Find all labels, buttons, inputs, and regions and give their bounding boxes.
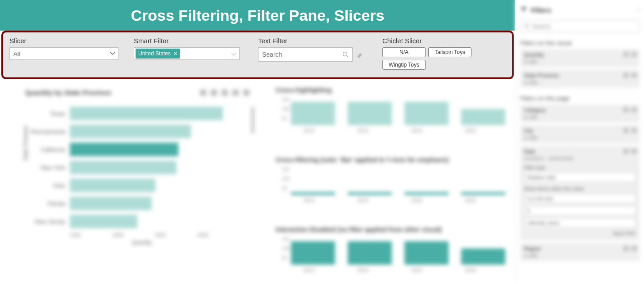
slicer-dropdown-value: All: [14, 50, 20, 57]
filter-card-icons[interactable]: [623, 107, 637, 113]
filter-unit-dropdown[interactable]: calendar years: [524, 218, 636, 228]
filter-pane-search-placeholder: Search: [532, 23, 551, 30]
svg-line-1: [347, 56, 349, 58]
bar-chart-quantity-by-state[interactable]: Quantity by State Province State Provinc…: [23, 89, 252, 246]
x-axis-label: Quantity: [70, 239, 214, 246]
filter-op-dropdown[interactable]: is in the last: [524, 194, 636, 203]
bar-rect: [70, 197, 152, 210]
column-bar[interactable]: [404, 102, 449, 125]
chiclet-slicer-label: Chiclet Slicer: [382, 37, 481, 45]
filter-card-summary: is (All): [524, 114, 636, 120]
column-bar[interactable]: [348, 102, 392, 125]
chart-scrollbar[interactable]: [251, 107, 254, 134]
filter-card-icons[interactable]: [623, 128, 637, 133]
column-bar[interactable]: [404, 192, 449, 195]
slicer-row: Slicer All Smart Filter United States ✕: [1, 31, 514, 79]
bar-category-label: New Jersey: [23, 218, 65, 225]
eraser-icon[interactable]: [356, 51, 363, 58]
filter-card-summary: is (All): [524, 253, 636, 258]
filter-card-icons[interactable]: [623, 72, 637, 78]
chiclet-slicer-block: Chiclet Slicer N/A Tailspin Toys Wingtip…: [382, 37, 481, 73]
mini-chart-cross-filter[interactable]: Cross-filtering (note: 'Bar' applied to …: [276, 156, 505, 203]
bar-category-label: Texas: [23, 110, 65, 117]
chart-title: Cross-highlighting: [276, 86, 505, 94]
chart-title: Quantity by State Province: [25, 89, 111, 96]
filter-card[interactable]: Date 1/1/2013 – 12/31/2016 Filter type R…: [520, 146, 639, 240]
bar-category-label: New York: [23, 164, 65, 171]
filter-type-label: Filter type: [524, 165, 636, 170]
filter-type-dropdown[interactable]: Relative date: [524, 172, 636, 182]
text-filter-block: Text Filter: [258, 37, 371, 73]
bar-row[interactable]: California: [23, 140, 252, 158]
y-axis-label: State Province: [23, 126, 29, 161]
bar-row[interactable]: Pennsylvania: [23, 122, 252, 140]
text-filter-input[interactable]: [262, 51, 339, 58]
filter-pane-header: Filters ›: [520, 4, 639, 16]
filter-section-title: Filters on this page: [520, 95, 639, 102]
filter-card-name: Category: [524, 107, 636, 113]
column-bar[interactable]: [461, 248, 505, 265]
chiclet-container: N/A Tailspin Toys Wingtip Toys: [382, 47, 477, 70]
column-bar[interactable]: [461, 192, 505, 195]
chevron-down-icon: [110, 51, 114, 55]
column-bar[interactable]: [348, 241, 392, 265]
filter-card[interactable]: Quantity is (All): [520, 49, 639, 67]
x-axis-ticks: 1000200030004000: [70, 232, 252, 238]
filter-pane-search[interactable]: Search: [520, 20, 639, 32]
filter-card-summary: is (All): [524, 59, 636, 64]
bar-row[interactable]: Ohio: [23, 176, 252, 194]
smart-filter-label: Smart Filter: [134, 37, 246, 45]
bar-rect: [70, 143, 178, 156]
chevron-right-icon[interactable]: ›: [638, 7, 639, 13]
filter-card-name: Date: [524, 149, 636, 155]
bar-row[interactable]: New Jersey: [23, 212, 252, 230]
filter-card[interactable]: Category is (All): [520, 104, 639, 122]
chiclet-item[interactable]: N/A: [382, 47, 426, 57]
column-bar[interactable]: [291, 102, 335, 125]
filter-card[interactable]: State Province is (All): [520, 70, 639, 88]
smart-filter-input[interactable]: United States ✕: [134, 47, 240, 60]
filter-card-summary: 1/1/2013 – 12/31/2016: [524, 156, 636, 161]
filter-card-icons[interactable]: [623, 246, 637, 251]
bar-row[interactable]: New York: [23, 158, 252, 176]
column-bar[interactable]: [461, 109, 505, 125]
bar-category-label: Pennsylvania: [23, 128, 65, 135]
visual-header-tools[interactable]: [200, 90, 249, 96]
smart-filter-chip-text: United States: [138, 50, 171, 57]
column-bar[interactable]: [404, 241, 449, 265]
mini-chart-cross-highlight[interactable]: Cross-highlighting 15010050 201320142015…: [276, 86, 505, 133]
filter-icon: [520, 6, 527, 14]
bar-category-label: California: [23, 146, 65, 153]
slicer-dropdown[interactable]: All: [9, 47, 118, 60]
filter-card-icons[interactable]: [623, 52, 637, 57]
smart-filter-chip[interactable]: United States ✕: [136, 49, 180, 59]
apply-filter-link[interactable]: Apply filter: [524, 230, 636, 236]
report-canvas: Cross Filtering, Filter Pane, Slicers Sl…: [0, 0, 515, 284]
column-bar[interactable]: [348, 192, 392, 195]
bar-rect: [70, 161, 177, 174]
filter-card[interactable]: Region is (All): [520, 243, 639, 261]
chiclet-item[interactable]: Tailspin Toys: [428, 47, 472, 57]
chart-title: Interaction Disabled (no filter applied …: [276, 226, 505, 233]
bar-row[interactable]: Texas: [23, 104, 252, 122]
filter-card-summary: is (All): [524, 135, 636, 140]
show-items-label: Show items when the value: [524, 186, 636, 191]
chevron-down-icon: [231, 51, 236, 59]
filter-card-icons[interactable]: [623, 149, 637, 154]
close-icon[interactable]: ✕: [173, 51, 177, 57]
bar-rect: [70, 125, 191, 138]
filter-pane[interactable]: Filters › Search Filters on this visualQ…: [515, 0, 644, 284]
mini-chart-interaction-disabled[interactable]: Interaction Disabled (no filter applied …: [276, 226, 505, 273]
column-bar[interactable]: [291, 192, 335, 195]
column-bar[interactable]: [291, 241, 335, 265]
text-filter-box[interactable]: [258, 47, 353, 62]
bar-row[interactable]: Florida: [23, 194, 252, 212]
filter-num-input[interactable]: 5: [524, 206, 636, 216]
filter-card-name: Region: [524, 246, 636, 252]
search-icon[interactable]: [342, 51, 349, 59]
slicer-label: Slicer: [9, 37, 122, 45]
chiclet-item[interactable]: Wingtip Toys: [382, 60, 426, 70]
filter-card[interactable]: City is (All): [520, 125, 639, 143]
page-title-banner: Cross Filtering, Filter Pane, Slicers: [0, 0, 515, 31]
svg-point-0: [343, 52, 347, 56]
